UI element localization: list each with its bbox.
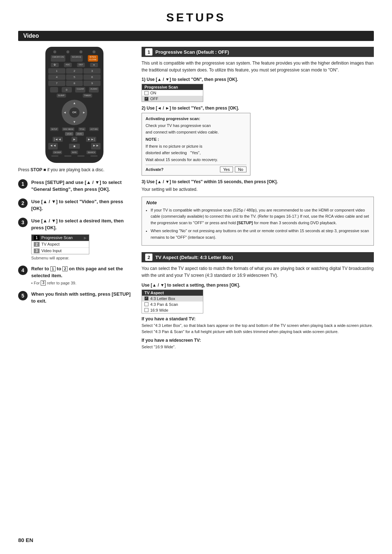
remote-search-btn[interactable]: SEARCH <box>86 151 96 154</box>
left-column: CMCBY-ON SOURCE B/TENCLOSE ⏻ ASC DEF ▲ 1 <box>18 47 131 350</box>
remote-num-5[interactable]: 5 <box>66 74 83 80</box>
submenu-item-2[interactable]: 2 TV Aspect <box>32 241 89 248</box>
remote-stop-btn[interactable]: ■ <box>69 144 80 149</box>
remote-clear-btn[interactable]: CLEAR <box>75 87 85 93</box>
remote-prev-btn[interactable]: |◄◄ <box>53 137 63 142</box>
remote-rate-btn[interactable]: RATE <box>71 151 78 154</box>
remote-vcr-btn[interactable]: VCR <box>65 132 73 136</box>
remote-num-2[interactable]: 2 <box>66 68 83 74</box>
section2-title: TV Aspect (Default: 4:3 Letter Box) <box>155 255 233 260</box>
submenu-item-3[interactable]: 3 Video Input <box>32 248 89 254</box>
remote-btn-row: CMCBY-ON SOURCE B/TENCLOSE <box>48 55 101 62</box>
submenu-label-1: Progressive Scan <box>41 235 73 240</box>
remote-dot <box>66 50 69 53</box>
remote-source-btn[interactable]: SOURCE <box>70 55 83 62</box>
remote-num-0[interactable]: 0 <box>62 87 72 93</box>
dpad-down[interactable]: ▼ <box>73 120 76 124</box>
section2-desc: You can select the TV aspect ratio to ma… <box>142 265 374 279</box>
dpad-ok[interactable]: OK <box>69 107 79 118</box>
remote-num-3[interactable]: 3 <box>83 68 101 74</box>
submenu-item-1[interactable]: 1 Progressive Scan ▶ <box>32 235 89 241</box>
remote-up-btn[interactable]: ▲ <box>90 63 98 67</box>
remote-cm-btn[interactable]: CM SKIP <box>53 151 62 154</box>
ref-box-1: 1 <box>50 266 56 271</box>
page: SETUPS Video CMCBY-ON <box>0 0 392 554</box>
step-4-badge: 4 <box>18 266 28 275</box>
remote-num-8[interactable]: 8 <box>66 81 83 86</box>
remote-dpad: ▲ ▼ ◄ ► OK <box>62 100 87 125</box>
tv-aspect-letterbox-label: 4:3 Letter Box <box>150 296 175 301</box>
note-box-title: Note <box>146 200 369 205</box>
prog-scan-on-label: ON <box>150 91 156 95</box>
remote-num-4[interactable]: 4 <box>48 74 65 80</box>
remote-act-btn[interactable]: ACT.INN <box>89 127 98 131</box>
tv-aspect-wide-row[interactable]: 16:9 Wide <box>142 307 203 313</box>
remote-btn-b[interactable] <box>64 155 72 157</box>
prog-scan-off-checkbox[interactable] <box>144 97 148 101</box>
activate-line-1: Activating progressive scan: <box>146 116 246 122</box>
dpad-up[interactable]: ▲ <box>73 101 76 105</box>
if-standard-text: Select "4:3 Letter Box", so that black b… <box>142 323 374 335</box>
activate-note-3: Wait about 15 seconds for auto recovery. <box>146 157 246 163</box>
section2-header: 2 TV Aspect (Default: 4:3 Letter Box) <box>142 252 374 262</box>
remote-play-btn[interactable]: ► <box>72 137 78 142</box>
progressive-scan-box: Progressive Scan ON OFF <box>142 84 203 102</box>
if-widescreen-text: Select "16:9 Wide". <box>142 344 374 350</box>
remote-num-9[interactable]: 9 <box>83 81 101 86</box>
tv-aspect-panscan-check[interactable] <box>144 302 148 306</box>
left-step-5: 5 When you finish with setting, press [S… <box>18 291 131 305</box>
remote-asc-btn[interactable]: ASC <box>64 63 72 67</box>
remote-dot <box>93 50 95 53</box>
activate-yes-btn[interactable]: Yes <box>220 167 233 172</box>
dpad-right[interactable]: ► <box>82 111 86 114</box>
dpad-left[interactable]: ◄ <box>63 111 66 114</box>
remote-disc-menu-btn[interactable]: DISC MENU <box>62 127 74 131</box>
remote-cmcby-btn[interactable]: CMCBY-ON <box>51 55 65 62</box>
note-item-2: When selecting "No" or not pressing any … <box>151 228 369 241</box>
remote-ff-btn[interactable]: ►► <box>91 143 101 149</box>
activate-box: Activating progressive scan: Check your … <box>142 113 250 176</box>
stop-bold: STOP ■ <box>30 167 46 172</box>
prog-scan-on-row[interactable]: ON <box>142 90 203 96</box>
tv-aspect-panscan-row[interactable]: 4:3 Pan & Scan <box>142 301 203 307</box>
section1-badge: 1 <box>145 48 152 56</box>
remote-subp-btn[interactable]: SUB/P <box>57 94 66 98</box>
remote-power-btn[interactable]: ⏻ <box>51 63 59 67</box>
remote-btn-c[interactable] <box>77 155 85 157</box>
remote-num-6[interactable]: 6 <box>83 74 101 80</box>
remote-timer-btn[interactable]: TIMER <box>83 94 93 98</box>
step-4-text: Refer to 1 to 2 on this page and set the… <box>31 265 131 279</box>
remote-last-row <box>48 155 101 157</box>
section2-badge: 2 <box>145 254 152 261</box>
prog-scan-off-row[interactable]: OFF <box>142 96 203 102</box>
step-5-text: When you finish with setting, press [SET… <box>31 291 131 305</box>
activate-no-btn[interactable]: No <box>235 167 246 172</box>
remote-num-7[interactable]: 7 <box>48 81 65 86</box>
tv-aspect-letterbox-check[interactable] <box>144 296 148 300</box>
section2-sub1-label: Use [▲ / ▼] to select a setting, then pr… <box>142 283 374 288</box>
remote-setup-btn[interactable]: SETUP <box>50 127 58 131</box>
note-item-1: If your TV is compatible with progressiv… <box>151 207 369 226</box>
remote-def-btn[interactable]: DEF <box>77 63 85 67</box>
step-1-badge: 1 <box>18 179 28 189</box>
left-step-1: 1 Press [SETUP] and use [▲ / ▼] to selec… <box>18 179 131 193</box>
submenu-arrow-1: ▶ <box>84 236 87 240</box>
remote-title-btn[interactable]: TITLE <box>78 127 86 131</box>
remote-btn-d[interactable] <box>90 155 98 157</box>
remote-dvd-btn[interactable]: DVD <box>75 132 84 136</box>
remote-audio-btn[interactable]: AUDIO <box>89 87 99 93</box>
tv-aspect-wide-check[interactable] <box>144 308 148 312</box>
remote-num-1[interactable]: 1 <box>48 68 65 74</box>
prog-scan-on-checkbox[interactable] <box>144 91 148 95</box>
remote-next-btn[interactable]: ►►| <box>86 137 96 142</box>
remote-btn-on-btn[interactable]: B/TENCLOSE <box>88 55 98 62</box>
step-3-badge: 3 <box>18 218 28 227</box>
section1-sub1-label: 1) Use [▲ / ▼] to select "ON", then pres… <box>142 77 374 82</box>
remote-space-btn[interactable] <box>50 87 58 93</box>
tv-aspect-letterbox-row[interactable]: 4:3 Letter Box <box>142 296 203 301</box>
step-2-text: Use [▲ / ▼] to select "Video", then pres… <box>31 198 131 212</box>
remote-rew-btn[interactable]: ◄◄ <box>48 143 58 149</box>
remote-zero-row: 0 CLEAR AUDIO <box>48 87 101 93</box>
tv-aspect-header: TV Aspect <box>142 290 203 296</box>
remote-btn-a[interactable] <box>51 155 58 157</box>
